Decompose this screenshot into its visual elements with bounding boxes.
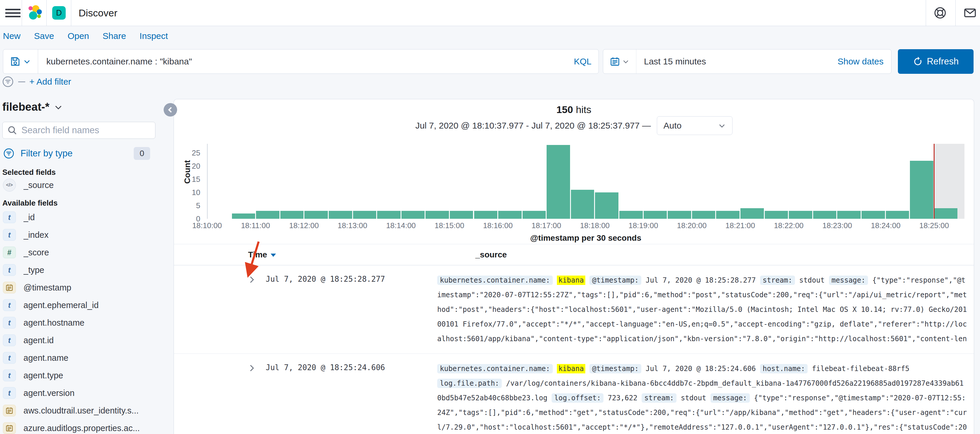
histogram-bar-18:25:00[interactable] <box>934 208 958 219</box>
histogram-bar-18:20:30[interactable] <box>716 211 740 219</box>
histogram-bar-18:12:00[interactable] <box>304 211 328 219</box>
mail-icon[interactable] <box>963 5 978 21</box>
histogram-bar-18:19:30[interactable] <box>668 211 691 219</box>
selected-fields-list: </>_source <box>3 176 163 194</box>
histogram-bar-18:16:00[interactable] <box>498 211 522 219</box>
histogram-bar-18:21:30[interactable] <box>765 211 788 219</box>
histogram-bar-18:22:30[interactable] <box>813 211 837 219</box>
histogram-bar-18:21:00[interactable] <box>740 208 764 219</box>
histogram-bar-18:11:00[interactable] <box>256 211 280 219</box>
histogram-bar-18:15:00[interactable] <box>450 211 473 219</box>
expand-document-toggle[interactable] <box>248 273 266 353</box>
field-item-_id[interactable]: t_id <box>3 209 163 226</box>
histogram-bar-18:11:30[interactable] <box>280 211 304 219</box>
field-item-agent.id[interactable]: tagent.id <box>3 331 163 349</box>
refresh-button[interactable]: Refresh <box>898 49 974 74</box>
partial-bucket-region <box>934 144 964 219</box>
add-filter-button[interactable]: + Add filter <box>29 77 71 87</box>
search-icon <box>7 125 17 135</box>
field-name: azure.auditlogs.properties.ac... <box>24 423 140 433</box>
x-tick-18:20:00: 18:20:00 <box>677 221 707 230</box>
show-dates-button[interactable]: Show dates <box>837 57 891 67</box>
field-item-azure.auditlogs.properties.ac...[interactable]: azure.auditlogs.properties.ac... <box>3 419 163 434</box>
field-name-badge: kubernetes.container.name: <box>437 364 553 373</box>
filter-bar: + Add filter <box>2 75 71 89</box>
field-name: aws.cloudtrail.user_identity.s... <box>24 406 139 415</box>
field-item-@timestamp[interactable]: @timestamp <box>3 279 163 296</box>
x-tick-18:17:00: 18:17:00 <box>531 221 561 230</box>
text-field-icon: t <box>3 299 16 311</box>
histogram-bar-18:12:30[interactable] <box>329 211 352 219</box>
collapse-sidebar-button[interactable] <box>164 103 177 117</box>
saved-query-button[interactable] <box>3 49 38 73</box>
field-item-agent.hostname[interactable]: tagent.hostname <box>3 314 163 331</box>
histogram-bar-18:23:30[interactable] <box>862 211 885 219</box>
menu-new[interactable]: New <box>3 31 21 41</box>
menu-inspect[interactable]: Inspect <box>140 31 168 41</box>
histogram-bar-18:16:30[interactable] <box>523 211 546 219</box>
menu-save[interactable]: Save <box>34 31 54 41</box>
calendar-button[interactable] <box>603 49 636 73</box>
histogram-bar-18:13:30[interactable] <box>377 211 401 219</box>
table-row-2: Jul 7, 2020 @ 18:25:24.606kubernetes.con… <box>174 354 974 434</box>
histogram-bar-18:24:30[interactable] <box>910 161 933 219</box>
time-column-header[interactable]: Time <box>248 250 437 260</box>
field-item-_source[interactable]: </>_source <box>3 176 163 194</box>
field-item-agent.ephemeral_id[interactable]: tagent.ephemeral_id <box>3 296 163 314</box>
text-field-icon: t <box>3 352 16 364</box>
x-axis-title: @timestamp per 30 seconds <box>207 233 964 243</box>
document-rows: Jul 7, 2020 @ 18:25:28.277kubernetes.con… <box>174 265 974 434</box>
histogram-bar-18:20:00[interactable] <box>692 211 716 219</box>
filter-icon[interactable] <box>2 76 14 88</box>
histogram-bar-18:10:30[interactable] <box>232 214 255 219</box>
number-field-icon: # <box>3 247 16 258</box>
filter-by-type-button[interactable]: Filter by type 0 <box>3 147 167 160</box>
x-tick-18:15:00: 18:15:00 <box>434 221 464 230</box>
histogram-bar-18:19:00[interactable] <box>644 211 667 219</box>
interval-select[interactable]: Auto <box>657 116 732 135</box>
text-field-icon: t <box>3 387 16 399</box>
menu-share[interactable]: Share <box>103 31 126 41</box>
time-cell: Jul 7, 2020 @ 18:25:24.606 <box>266 361 437 434</box>
histogram-bar-18:14:30[interactable] <box>425 211 449 219</box>
hamburger-menu-icon[interactable] <box>5 6 21 20</box>
expand-document-toggle[interactable] <box>248 361 266 434</box>
field-item-_index[interactable]: t_index <box>3 226 163 244</box>
histogram-bar-18:23:00[interactable] <box>837 211 861 219</box>
text-field-icon: t <box>3 211 16 223</box>
histogram-bar-18:22:00[interactable] <box>789 211 812 219</box>
discover-main-panel: 150 hits Jul 7, 2020 @ 18:10:37.977 - Ju… <box>173 99 974 434</box>
histogram-bar-18:17:30[interactable] <box>571 190 594 219</box>
save-icon <box>10 57 20 67</box>
index-pattern-selector[interactable]: filebeat-* <box>2 101 63 113</box>
field-name: agent.ephemeral_id <box>24 301 99 310</box>
menu-open[interactable]: Open <box>67 31 89 41</box>
query-language-button[interactable]: KQL <box>567 57 598 67</box>
field-item-_type[interactable]: t_type <box>3 261 163 279</box>
x-tick-18:13:00: 18:13:00 <box>337 221 367 230</box>
query-input[interactable] <box>38 57 567 67</box>
help-icon[interactable] <box>932 5 948 21</box>
elastic-logo[interactable] <box>27 5 43 21</box>
field-name-badge: @timestamp: <box>589 276 641 285</box>
discover-breadcrumb-badge[interactable]: D <box>52 6 66 20</box>
histogram-bar-18:14:00[interactable] <box>401 211 425 219</box>
field-name-badge: @timestamp: <box>589 364 641 373</box>
histogram-bar-18:18:30[interactable] <box>619 211 643 219</box>
field-item-agent.type[interactable]: tagent.type <box>3 367 163 384</box>
histogram-bar-18:18:00[interactable] <box>595 192 619 219</box>
histogram-bar-18:13:00[interactable] <box>353 211 377 219</box>
time-range-value[interactable]: Last 15 minutes <box>636 57 837 67</box>
fields-sidebar: filebeat-* Filter by type 0 Selected fie… <box>0 97 172 434</box>
field-item-agent.version[interactable]: tagent.version <box>3 384 163 402</box>
histogram-bar-18:17:00[interactable] <box>547 145 570 219</box>
field-value: filebeat-filebeat-88rf5 <box>812 364 909 373</box>
histogram-bar-18:24:00[interactable] <box>886 211 909 219</box>
top-menu: NewSaveOpenShareInspect <box>3 31 168 41</box>
text-field-icon: t <box>3 334 16 346</box>
field-item-agent.name[interactable]: tagent.name <box>3 349 163 367</box>
field-search-input[interactable] <box>21 125 155 136</box>
field-item-_score[interactable]: #_score <box>3 244 163 261</box>
histogram-bar-18:15:30[interactable] <box>474 211 498 219</box>
field-item-aws.cloudtrail.user_identity.s...[interactable]: aws.cloudtrail.user_identity.s... <box>3 402 163 419</box>
